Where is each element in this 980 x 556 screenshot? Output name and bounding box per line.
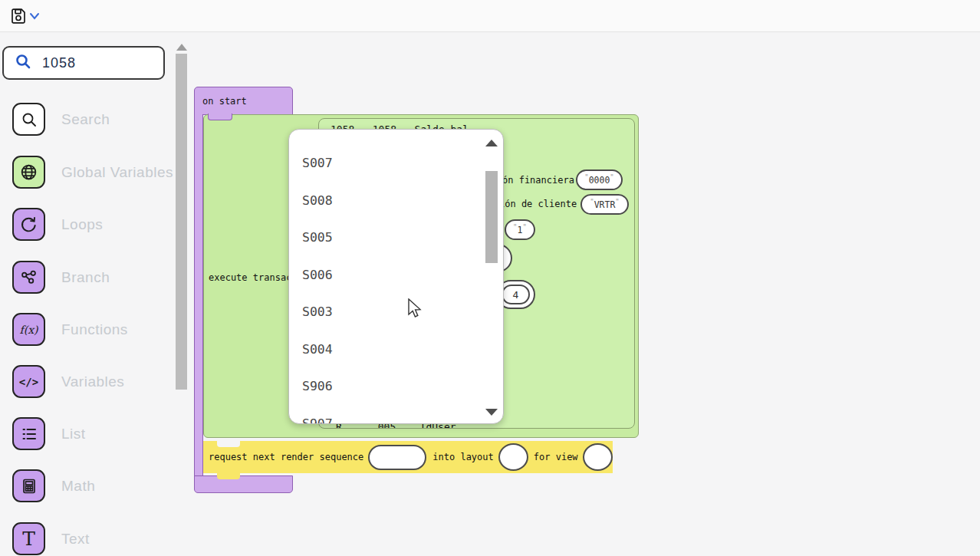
dropdown-option[interactable]: S007 — [302, 156, 333, 170]
close-quote: " — [615, 198, 619, 206]
on-start-block-spine[interactable] — [194, 114, 203, 476]
dropdown-option[interactable]: S003 — [302, 304, 333, 319]
close-quote: " — [522, 223, 526, 231]
execute-transaction-label: execute transac — [209, 272, 291, 283]
field-value-one[interactable]: "1" — [505, 219, 535, 240]
on-start-label: on start — [202, 96, 247, 107]
open-quote: " — [590, 198, 594, 206]
sequence-input-socket[interactable] — [368, 445, 426, 470]
on-start-block[interactable]: on start — [194, 87, 293, 115]
field-value-cliente[interactable]: "VRTR" — [580, 194, 629, 215]
dropdown-scroll-up-arrow[interactable] — [485, 140, 498, 146]
render-block-text-2: into layout — [432, 452, 493, 462]
layout-input-socket[interactable] — [498, 443, 528, 471]
dropdown-scrollbar[interactable] — [485, 171, 498, 263]
on-start-block-bottom[interactable] — [194, 475, 293, 493]
dropdown-option[interactable]: S005 — [302, 230, 333, 245]
dropdown-option[interactable]: S907 — [302, 416, 333, 425]
dropdown-scroll-down-arrow[interactable] — [485, 409, 498, 416]
search-input[interactable]: 1058 — [2, 46, 165, 80]
transaction-code-dropdown: S007 S008 S005 S006 S003 S004 S906 S907 — [288, 129, 504, 424]
floppy-disk-icon — [9, 15, 28, 28]
save-button[interactable] — [9, 7, 28, 25]
dropdown-option[interactable]: S008 — [302, 193, 333, 208]
render-block-bottom-tab — [217, 472, 240, 479]
save-menu-button[interactable] — [28, 10, 41, 22]
dropdown-option[interactable]: S906 — [302, 379, 333, 393]
mouse-cursor — [407, 298, 423, 323]
on-start-connector-tab — [208, 114, 232, 120]
close-quote: " — [610, 173, 613, 181]
field-text: VRTR — [594, 199, 616, 210]
field-text: 4 — [513, 289, 519, 301]
topbar — [0, 0, 980, 32]
render-block-text-1: request next render sequence — [209, 452, 363, 462]
render-block-text-3: for view — [534, 452, 578, 462]
render-block-top-notch — [217, 441, 240, 447]
search-icon — [4, 53, 31, 73]
field-label-financiera: ón financiera — [502, 175, 574, 186]
view-input-socket[interactable] — [583, 443, 613, 471]
field-text: 0000 — [589, 175, 610, 186]
chevron-down-icon — [28, 12, 41, 25]
dropdown-option[interactable]: S004 — [302, 342, 333, 357]
field-value-financiera[interactable]: "0000" — [576, 169, 623, 190]
dropdown-option[interactable]: S006 — [302, 268, 333, 282]
open-quote: " — [513, 223, 517, 231]
search-value: 1058 — [42, 55, 76, 71]
open-quote: " — [584, 173, 588, 181]
block-workspace[interactable]: on start execute transac 1058 - 1058 - S… — [0, 0, 980, 556]
field-text: 1 — [518, 225, 523, 235]
field-value-four[interactable]: 4 — [502, 285, 530, 304]
field-label-cliente: ión de cliente — [499, 199, 577, 209]
request-render-block[interactable]: request next render sequence into layout… — [203, 441, 613, 473]
